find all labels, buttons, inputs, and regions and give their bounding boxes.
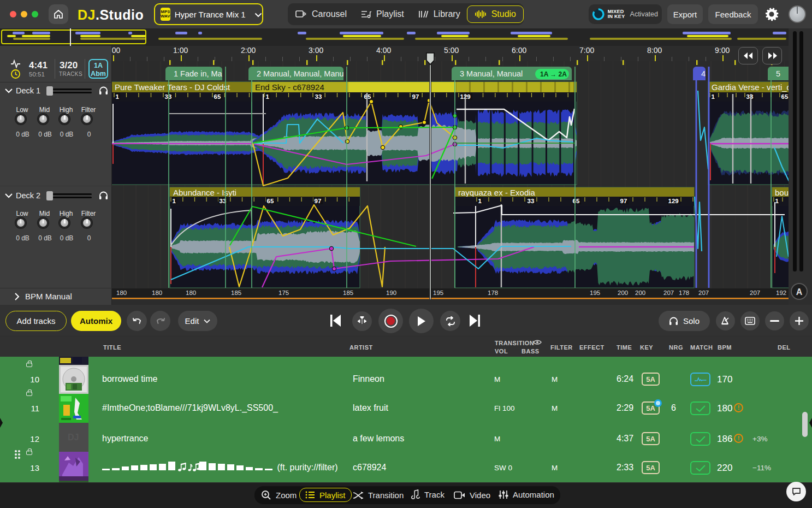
svg-text:3 Manual, Manual: 3 Manual, Manual [460, 69, 523, 78]
svg-text:192: 192 [776, 290, 786, 296]
svg-text:4: 4 [701, 69, 706, 78]
svg-text:Gardia Verse - verti_dx: Gardia Verse - verti_dx [712, 82, 796, 92]
svg-text:1: 1 [775, 198, 779, 204]
svg-text:65: 65 [573, 198, 580, 204]
svg-text:180: 180 [152, 290, 162, 296]
svg-text:195: 195 [433, 290, 443, 296]
svg-text:195: 195 [590, 290, 600, 296]
svg-text:200: 200 [635, 290, 645, 296]
svg-text:190: 190 [386, 290, 396, 296]
svg-text:1A → 2A: 1A → 2A [540, 70, 567, 78]
svg-text:33: 33 [527, 198, 535, 204]
svg-text:DJ: DJ [68, 433, 79, 442]
svg-text:175: 175 [278, 290, 289, 296]
svg-text:207: 207 [750, 290, 760, 296]
svg-text:200: 200 [618, 290, 628, 296]
svg-text:178: 178 [488, 290, 498, 296]
svg-text:2 Manual, Manual, Manu: 2 Manual, Manual, Manu [257, 69, 344, 78]
svg-text:5: 5 [776, 69, 780, 78]
svg-text:End Sky - c678924: End Sky - c678924 [255, 82, 324, 92]
svg-text:Abundance - Isyti: Abundance - Isyti [173, 188, 236, 197]
svg-text:33: 33 [165, 93, 172, 100]
svg-text:185: 185 [231, 290, 241, 296]
svg-text:1: 1 [266, 93, 270, 100]
svg-text:97: 97 [412, 93, 419, 100]
svg-text:1 Fade in, Ma: 1 Fade in, Ma [174, 69, 223, 78]
svg-text:97: 97 [620, 198, 627, 204]
svg-text:1: 1 [116, 93, 120, 100]
svg-text:178: 178 [679, 290, 689, 296]
svg-text:185: 185 [343, 290, 353, 296]
svg-text:33: 33 [746, 93, 754, 100]
svg-text:65: 65 [267, 198, 274, 204]
svg-text:65: 65 [214, 93, 221, 100]
svg-text:1: 1 [712, 93, 715, 100]
svg-text:65: 65 [781, 93, 789, 100]
svg-text:207: 207 [698, 290, 709, 296]
svg-text:97: 97 [315, 198, 322, 204]
svg-text:rayquaza ex - Exodia: rayquaza ex - Exodia [458, 188, 536, 197]
svg-text:180: 180 [116, 290, 127, 296]
svg-text:1: 1 [173, 198, 176, 204]
svg-text:129: 129 [668, 198, 679, 204]
svg-text:Pure Tweaker Tears - DJ Coldst: Pure Tweaker Tears - DJ Coldst [115, 82, 230, 92]
svg-text:180: 180 [186, 290, 196, 296]
svg-text:207: 207 [663, 290, 674, 296]
svg-text:1: 1 [478, 198, 482, 204]
svg-text:33: 33 [315, 93, 322, 100]
